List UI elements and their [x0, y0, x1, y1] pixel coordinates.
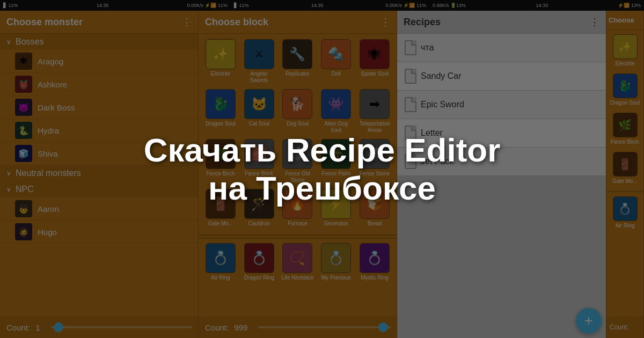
overlay-line2: на Трешбоксе [208, 170, 436, 207]
overlay-line1: Скачать Recipe Editor [144, 131, 501, 168]
overlay-text: Скачать Recipe Editor на Трешбоксе [144, 131, 501, 208]
overlay: Скачать Recipe Editor на Трешбоксе [0, 0, 644, 338]
